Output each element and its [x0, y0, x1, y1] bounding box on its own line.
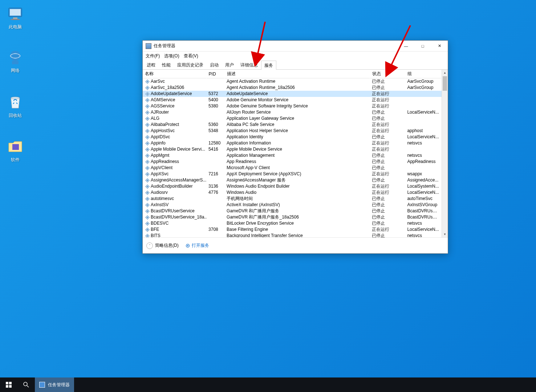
desktop-icon-this-pc[interactable]: 此电脑: [4, 5, 27, 30]
service-status: 正在运行: [370, 91, 405, 97]
svg-rect-169: [6, 382, 8, 384]
service-row[interactable]: AarSvcAgent Activation Runtime已停止AarSvcG…: [143, 78, 442, 85]
service-row[interactable]: BcastDVRUserServiceGameDVR 和广播用户服务已停止Bca…: [143, 208, 442, 214]
service-group: netsvcs: [405, 152, 441, 159]
service-pid: [206, 220, 224, 226]
service-pid: 5380: [206, 103, 224, 109]
menu-view[interactable]: 查看(V): [182, 52, 200, 60]
service-row[interactable]: AppReadinessApp Readiness已停止AppReadiness: [143, 159, 442, 165]
service-pid: [206, 134, 224, 140]
service-gear-icon: [145, 116, 150, 121]
service-desc: Agent Activation Runtime: [224, 78, 370, 85]
svg-point-76: [147, 149, 148, 150]
service-row[interactable]: AppMgmtApplication Management已停止netsvcs: [143, 152, 442, 159]
service-row[interactable]: AGSService5380Adobe Genuine Software Int…: [143, 103, 442, 109]
desktop-icon-recycle-bin[interactable]: 回收站: [4, 94, 27, 119]
svg-point-100: [147, 173, 148, 175]
tab-0[interactable]: 进程: [143, 60, 159, 69]
service-row[interactable]: AJRouterAllJoyn Router Service已停止LocalSe…: [143, 109, 442, 115]
service-row[interactable]: Apple Mobile Device Servi...5416Apple Mo…: [143, 146, 442, 152]
service-desc: Base Filtering Engine: [224, 226, 370, 233]
service-row[interactable]: AssignedAccessManagerS...AssignedAccessM…: [143, 177, 442, 183]
tab-5[interactable]: 详细信息: [237, 60, 261, 69]
chevron-up-icon: ˄: [146, 242, 153, 249]
service-gear-icon: [145, 221, 150, 226]
minimize-button[interactable]: —: [398, 41, 414, 51]
service-row[interactable]: AppXSvc7216AppX Deployment Service (AppX…: [143, 171, 442, 177]
fewer-details-button[interactable]: ˄ 简略信息(D): [146, 242, 179, 249]
service-status: 正在运行: [370, 171, 405, 177]
scroll-thumb[interactable]: [443, 76, 447, 91]
service-row[interactable]: BITSBackground Intelligent Transfer Serv…: [143, 233, 442, 237]
open-services-link[interactable]: 打开服务: [185, 242, 209, 249]
tab-4[interactable]: 用户: [222, 60, 237, 69]
tab-1[interactable]: 性能: [159, 60, 174, 69]
service-name: AxInstSV: [151, 202, 168, 208]
desktop-icon-network[interactable]: 网络: [4, 49, 27, 74]
service-group: [405, 146, 441, 152]
service-row[interactable]: AarSvc_18a2506Agent Activation Runtime_1…: [143, 85, 442, 91]
svg-rect-2: [13, 17, 17, 19]
search-button[interactable]: [17, 377, 35, 392]
service-row[interactable]: Audiosrv4776Windows Audio正在运行LocalServic…: [143, 189, 442, 196]
service-row[interactable]: BcastDVRUserService_18a...GameDVR 和广播用户服…: [143, 214, 442, 220]
service-row[interactable]: Appinfo12580Application Information正在运行n…: [143, 140, 442, 146]
service-row[interactable]: AppIDSvcApplication Identity已停止LocalServ…: [143, 134, 442, 140]
service-row[interactable]: AudioEndpointBuilder3136Windows Audio En…: [143, 183, 442, 189]
scroll-up-icon[interactable]: ▲: [442, 70, 448, 76]
task-manager-icon: [146, 43, 151, 49]
service-row[interactable]: AdobeUpdateService5372AdobeUpdateService…: [143, 91, 442, 97]
service-row[interactable]: AlibabaProtect5360Alibaba PC Safe Servic…: [143, 122, 442, 128]
svg-rect-3: [11, 19, 20, 20]
service-row[interactable]: autotimesvc手机网络时间已停止autoTimeSvc: [143, 196, 442, 202]
svg-point-154: [147, 229, 148, 230]
svg-point-22: [147, 93, 148, 95]
vertical-scrollbar[interactable]: ▲ ▼: [442, 70, 448, 237]
service-name: BDESVC: [151, 220, 168, 226]
titlebar[interactable]: 任务管理器 — □ ✕: [143, 41, 448, 52]
taskbar-app-task-manager[interactable]: 任务管理器: [35, 377, 74, 392]
maximize-button[interactable]: □: [414, 41, 431, 51]
start-button[interactable]: [0, 377, 17, 392]
service-desc: Microsoft App-V Client: [224, 165, 370, 171]
service-desc: App Readiness: [224, 159, 370, 165]
service-name: AppReadiness: [151, 159, 179, 165]
service-gear-icon: [145, 196, 150, 201]
service-row[interactable]: AxInstSVActiveX Installer (AxInstSV)已停止A…: [143, 202, 442, 208]
service-status: 正在运行: [370, 128, 405, 134]
col-group[interactable]: 组: [405, 70, 441, 78]
svg-point-118: [147, 192, 148, 193]
close-button[interactable]: ✕: [431, 41, 448, 51]
scroll-down-icon[interactable]: ▼: [442, 231, 448, 237]
tab-6[interactable]: 服务: [261, 61, 276, 70]
service-row[interactable]: BDESVCBitLocker Drive Encryption Service…: [143, 220, 442, 226]
service-gear-icon: [145, 209, 150, 214]
service-status: 已停止: [370, 202, 405, 208]
service-status: 已停止: [370, 152, 405, 159]
service-row[interactable]: AppHostSvc5348Application Host Helper Se…: [143, 128, 442, 134]
col-desc[interactable]: 描述: [224, 70, 370, 78]
tab-3[interactable]: 启动: [207, 60, 222, 69]
service-row[interactable]: BFE3708Base Filtering Engine正在运行LocalSer…: [143, 226, 442, 233]
service-status: 正在运行: [370, 226, 405, 233]
service-row[interactable]: ALGApplication Layer Gateway Service已停止: [143, 115, 442, 122]
service-pid: [206, 165, 224, 171]
service-pid: [206, 177, 224, 183]
service-gear-icon: [145, 98, 150, 103]
menu-file[interactable]: 文件(F): [144, 52, 161, 60]
desktop-icon-software[interactable]: 软件: [4, 138, 27, 163]
svg-point-52: [147, 124, 148, 126]
col-status[interactable]: 状态: [370, 70, 405, 78]
service-pid: 5416: [206, 146, 224, 152]
menu-options[interactable]: 选项(O): [163, 52, 180, 60]
service-pid: 3708: [206, 226, 224, 233]
footer-bar: ˄ 简略信息(D) 打开服务: [143, 237, 448, 253]
col-pid[interactable]: PID: [206, 70, 224, 78]
service-row[interactable]: AGMService5400Adobe Genuine Monitor Serv…: [143, 97, 442, 103]
service-gear-icon: [145, 227, 150, 232]
service-row[interactable]: AppVClientMicrosoft App-V Client已停止: [143, 165, 442, 171]
svg-rect-6: [12, 61, 19, 64]
tab-2[interactable]: 应用历史记录: [174, 60, 207, 69]
svg-rect-170: [9, 382, 12, 384]
col-name[interactable]: 名称: [143, 70, 206, 78]
